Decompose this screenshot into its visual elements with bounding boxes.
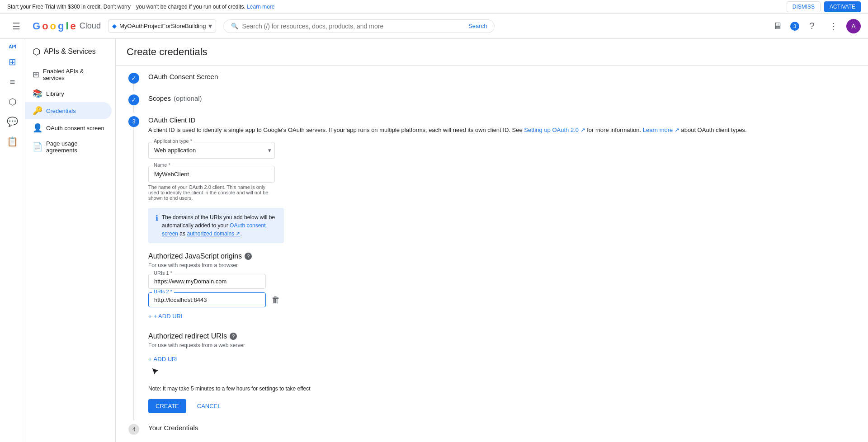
project-icon: ◆ <box>112 23 117 29</box>
step-4-title: Your Credentials <box>148 424 857 432</box>
more-options-button[interactable]: ⋮ <box>825 17 843 35</box>
notification-badge[interactable]: 3 <box>790 22 799 31</box>
add-js-uri-plus-icon: + <box>148 313 152 320</box>
apis-services-icon: ⬡ <box>33 46 40 57</box>
app-type-select[interactable]: Web application Android iOS Desktop app <box>148 142 275 159</box>
search-bar: 🔍 Search <box>223 19 495 33</box>
setup-oauth-link[interactable]: Setting up OAuth 2.0 ↗ <box>524 127 585 133</box>
add-redirect-uri-button[interactable]: + ADD URI <box>148 354 178 364</box>
step3-cancel-button[interactable]: CANCEL <box>190 399 228 413</box>
oauth-consent-label: OAuth consent screen <box>46 125 104 132</box>
step-3-content: OAuth Client ID A client ID is used to i… <box>148 116 857 420</box>
hamburger-menu-button[interactable]: ☰ <box>7 17 25 35</box>
sidebar-item-library[interactable]: 📚 Library <box>25 85 112 102</box>
add-js-uri-button[interactable]: + + ADD URI <box>148 311 183 321</box>
oauth-consent-icon: 👤 <box>33 123 42 133</box>
oauth-description: A client ID is used to identify a single… <box>148 126 857 135</box>
uri-2-delete-button[interactable]: 🗑 <box>269 293 282 307</box>
banner-learn-more-link[interactable]: Learn more <box>247 4 274 10</box>
step-2-title: Scopes (optional) <box>148 94 857 102</box>
uri-2-label: URIs 2 * <box>152 289 174 294</box>
name-input[interactable] <box>148 166 275 183</box>
step-2-indicator: ✓ <box>127 94 141 113</box>
credentials-label: Credentials <box>46 108 76 114</box>
sidebar-item-oauth-consent[interactable]: 👤 OAuth consent screen <box>25 119 112 136</box>
left-nav: ⬡ APIs & Services ⊞ Enabled APIs & servi… <box>25 39 116 442</box>
banner-actions: DISMISS ACTIVATE <box>787 1 861 12</box>
library-icon: 📚 <box>33 89 42 99</box>
search-input[interactable] <box>242 23 465 30</box>
sidebar-item-menu[interactable]: ≡ <box>2 73 24 91</box>
step-3-line <box>133 127 134 420</box>
page-usage-icon: 📄 <box>33 142 42 152</box>
name-hint: The name of your OAuth 2.0 client. This … <box>148 184 275 201</box>
enabled-apis-icon: ⊞ <box>33 70 39 80</box>
step-3-indicator: 3 <box>127 116 141 420</box>
info-icon: ℹ <box>156 214 158 222</box>
settings-note: Note: It may take 5 minutes to a few hou… <box>148 386 857 392</box>
step-3: 3 OAuth Client ID A client ID is used to… <box>127 116 857 420</box>
js-origins-subtitle: For use with requests from a browser <box>148 262 857 268</box>
redirect-uris-help-icon[interactable]: ? <box>230 333 237 340</box>
sidebar-item-enabled-apis[interactable]: ⊞ Enabled APIs & services <box>25 64 112 85</box>
search-icon: 🔍 <box>231 23 238 29</box>
help-button[interactable]: ? <box>803 17 821 35</box>
banner-text: Start your Free Trial with $300 in credi… <box>7 4 275 10</box>
step-1-title: OAuth Consent Screen <box>148 73 857 80</box>
sidebar-item-chat[interactable]: 💬 <box>2 113 24 131</box>
search-button-label: Search <box>468 23 487 29</box>
step-1-indicator: ✓ <box>127 73 141 91</box>
redirect-uris-title: Authorized redirect URIs ? <box>148 332 857 340</box>
cursor-indicator <box>150 366 161 378</box>
page-usage-label: Page usage agreements <box>46 140 104 154</box>
dismiss-button[interactable]: DISMISS <box>787 1 821 12</box>
info-box-text: The domains of the URIs you add below wi… <box>162 213 277 238</box>
activate-button[interactable]: ACTIVATE <box>824 1 861 12</box>
app-type-field: Application type * Web application Andro… <box>148 142 857 159</box>
uri-2-container: URIs 2 * 🗑 <box>148 292 857 307</box>
uri-1-label: URIs 1 * <box>152 270 174 276</box>
step-4: 4 Your Credentials <box>127 424 857 441</box>
nav-section-header: ⬡ APIs & Services <box>25 42 115 61</box>
project-selector[interactable]: ◆ MyOAuthProjectForStoreBuilding ▾ <box>108 19 216 33</box>
sidebar-item-page-usage[interactable]: 📄 Page usage agreements <box>25 136 112 157</box>
step-3-action-buttons: CREATE CANCEL <box>148 399 857 413</box>
sidebar-item-credentials[interactable]: 🔑 Credentials <box>25 102 112 119</box>
uri-1-input[interactable] <box>148 274 266 289</box>
learn-more-link[interactable]: Learn more ↗ <box>643 127 679 133</box>
create-button[interactable]: CREATE <box>148 399 186 413</box>
oauth-client-form: A client ID is used to identify a single… <box>148 126 857 413</box>
step-1: ✓ OAuth Consent Screen <box>127 73 857 91</box>
google-cloud-logo: Google Cloud <box>33 20 101 32</box>
enabled-apis-label: Enabled APIs & services <box>43 68 104 81</box>
info-box: ℹ The domains of the URIs you add below … <box>148 208 284 243</box>
search-button[interactable]: Search <box>468 23 487 29</box>
sidebar: API ⊞ ≡ ⬡ 💬 📋 <box>0 39 25 442</box>
step-2-content: Scopes (optional) <box>148 94 857 113</box>
sidebar-item-hexagon[interactable]: ⬡ <box>2 93 24 111</box>
apis-services-label: APIs & Services <box>44 47 96 56</box>
sidebar-item-clipboard[interactable]: 📋 <box>2 132 24 150</box>
project-name: MyOAuthProjectForStoreBuilding <box>119 23 206 29</box>
top-banner: Start your Free Trial with $300 in credi… <box>0 0 868 14</box>
library-label: Library <box>46 90 64 97</box>
step-2-optional: (optional) <box>174 94 202 102</box>
credentials-icon: 🔑 <box>33 106 42 116</box>
step-4-indicator: 4 <box>127 424 141 441</box>
display-mode-button[interactable]: 🖥 <box>769 17 787 35</box>
app-layout: API ⊞ ≡ ⬡ 💬 📋 ⬡ APIs & Services ⊞ Enable… <box>0 39 868 442</box>
app-type-label: Application type * <box>152 138 194 144</box>
step-4-circle: 4 <box>128 424 139 435</box>
step-3-circle: 3 <box>128 116 139 127</box>
sidebar-api-label[interactable]: API <box>8 42 17 51</box>
add-redirect-uri-label: ADD URI <box>154 356 178 362</box>
user-avatar[interactable]: A <box>846 19 861 33</box>
uri-2-wrapper: URIs 2 * <box>148 292 266 307</box>
page-title: Create credentials <box>127 46 857 58</box>
authorized-domains-link[interactable]: authorized domains ↗ <box>187 230 240 237</box>
name-input-wrapper: Name * <box>148 166 275 183</box>
redirect-uris-section: Authorized redirect URIs ? For use with … <box>148 332 857 378</box>
js-origins-help-icon[interactable]: ? <box>245 253 252 260</box>
uri-2-input[interactable] <box>148 292 266 307</box>
sidebar-item-grid[interactable]: ⊞ <box>2 53 24 71</box>
